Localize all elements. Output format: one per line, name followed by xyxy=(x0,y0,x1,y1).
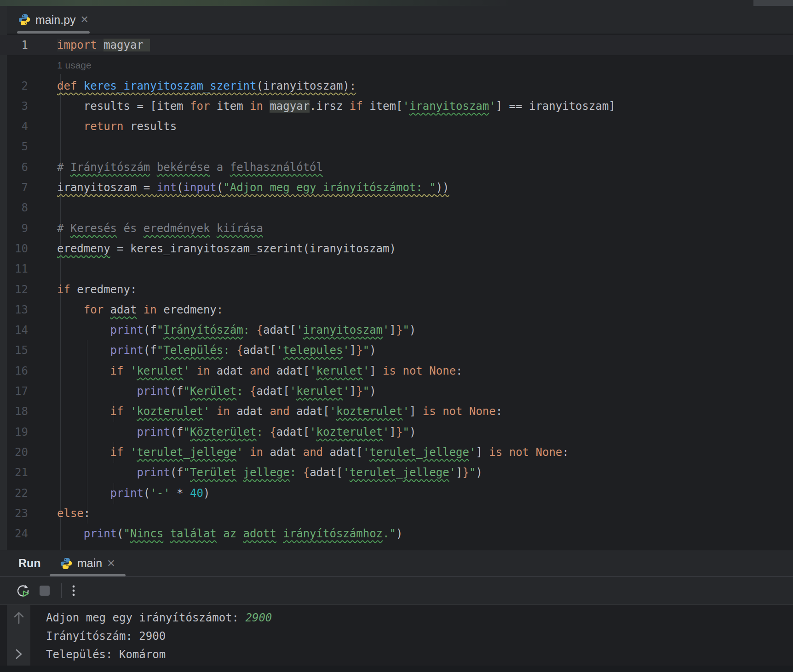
editor-tab-bar: main.py ✕ xyxy=(7,6,793,34)
code-token: adat[ xyxy=(263,324,296,336)
code-token xyxy=(144,39,150,51)
code-token: keres_iranyitoszam_szerint xyxy=(84,80,257,92)
code-token: Irányítószám xyxy=(70,161,150,174)
code-token: Közterület xyxy=(190,426,257,439)
code-token: ] xyxy=(390,426,396,439)
run-console[interactable]: Adjon meg egy irányítószámot: 2900Irányí… xyxy=(0,604,793,666)
code-token: ' xyxy=(296,324,303,336)
user-input-text: 2900 xyxy=(245,611,272,624)
code-token: is xyxy=(383,364,396,377)
code-token: ' xyxy=(383,426,389,439)
code-token: _ xyxy=(416,446,422,459)
line-number: 9 xyxy=(7,218,28,239)
code-token: " xyxy=(184,466,190,479)
code-token: for xyxy=(190,100,210,113)
code-token: : xyxy=(223,344,236,357)
code-token: eredmények xyxy=(144,222,210,235)
stop-button[interactable] xyxy=(37,583,52,598)
run-tab-main[interactable]: main ✕ xyxy=(50,550,126,576)
code-token: jellege xyxy=(423,446,469,459)
line-number: 12 xyxy=(7,279,28,300)
tab-main-py[interactable]: main.py ✕ xyxy=(11,6,96,34)
code-token: : xyxy=(257,426,270,439)
code-token xyxy=(57,324,110,336)
line-number: 3 xyxy=(7,96,28,116)
code-token: (f xyxy=(170,466,184,479)
run-toolbar xyxy=(0,576,793,604)
code-token: and xyxy=(270,405,289,418)
more-options-button[interactable] xyxy=(66,583,81,598)
code-token xyxy=(190,364,196,377)
code-token: ' xyxy=(290,385,296,398)
code-token: "Adjon meg egy irányítószámot: " xyxy=(223,181,436,194)
code-token: ' xyxy=(203,405,210,418)
code-token: in xyxy=(250,100,263,113)
code-line: 11 xyxy=(7,259,793,279)
code-token: kerulet xyxy=(296,385,343,398)
code-token: { xyxy=(236,344,243,357)
code-token xyxy=(463,405,469,418)
run-tab-close-icon[interactable]: ✕ xyxy=(107,558,115,569)
code-token: ] xyxy=(350,344,356,357)
code-token: if xyxy=(57,283,70,296)
line-number: 19 xyxy=(7,422,28,442)
scroll-up-icon[interactable] xyxy=(11,609,27,628)
prompt-chevron-icon xyxy=(13,647,25,663)
code-token: ' xyxy=(236,446,243,459)
code-token: } xyxy=(396,324,402,336)
code-token: " xyxy=(469,466,476,479)
code-token: telepules xyxy=(283,344,343,357)
code-line: 9# Keresés és eredmények kiírása xyxy=(7,218,793,239)
code-line: 10eredmeny = keres_iranyitoszam_szerint(… xyxy=(7,239,793,259)
code-token: print xyxy=(137,466,170,479)
code-token: jellege xyxy=(190,446,236,459)
window-top-strip xyxy=(0,0,793,6)
line-number: 11 xyxy=(7,259,28,279)
code-token xyxy=(124,405,130,418)
code-token: : xyxy=(236,385,250,398)
usage-inlay-hint[interactable]: 1 usage xyxy=(7,55,793,75)
code-token: Kerület xyxy=(190,385,236,398)
code-lines: 1import magyar 1 usage2def keres_iranyit… xyxy=(7,35,793,544)
code-token: return xyxy=(84,120,124,133)
code-token: ] xyxy=(456,466,462,479)
code-line: 6# Irányítószám bekérése a felhasználótó… xyxy=(7,157,793,177)
code-token: iranyitoszam xyxy=(409,100,489,113)
code-token: : xyxy=(456,364,462,377)
code-token: eredmeny: xyxy=(157,303,224,316)
code-token: ' xyxy=(329,405,336,418)
code-token: terulet xyxy=(137,446,183,459)
code-token: and xyxy=(250,364,270,377)
rerun-button[interactable] xyxy=(15,583,31,598)
code-token: adat[ xyxy=(243,344,276,357)
code-line: 2def keres_iranyitoszam_szerint(iranyito… xyxy=(7,76,793,96)
code-token: és xyxy=(117,222,144,235)
code-token: " xyxy=(363,344,369,357)
code-token: ' xyxy=(489,100,495,113)
code-token: ' xyxy=(469,446,476,459)
code-token: print xyxy=(84,527,117,540)
code-token: Irányítószám xyxy=(163,324,243,336)
code-editor[interactable]: 1import magyar 1 usage2def keres_iranyit… xyxy=(7,34,793,550)
code-token xyxy=(150,161,156,174)
code-token: " xyxy=(402,324,409,336)
code-token: print xyxy=(137,426,170,439)
code-token: ' xyxy=(383,324,389,336)
tab-close-icon[interactable]: ✕ xyxy=(80,15,89,25)
code-token: ) xyxy=(396,527,402,540)
code-token: ' xyxy=(276,344,283,357)
code-line: 5 xyxy=(7,137,793,157)
code-token xyxy=(243,446,250,459)
python-icon xyxy=(18,13,31,26)
code-token: .irsz xyxy=(310,100,350,113)
ide-window: main.py ✕ 1import magyar 1 usage2def ker… xyxy=(0,0,793,672)
code-token: : xyxy=(243,324,257,336)
code-token: iranyitoszam = xyxy=(57,181,157,194)
code-token: (f xyxy=(170,385,184,398)
code-token: " xyxy=(184,385,190,398)
line-number: 18 xyxy=(7,401,28,421)
code-token: : xyxy=(84,507,90,520)
code-token xyxy=(57,344,110,357)
console-gutter xyxy=(7,605,30,666)
code-token: bekérése xyxy=(157,161,210,174)
